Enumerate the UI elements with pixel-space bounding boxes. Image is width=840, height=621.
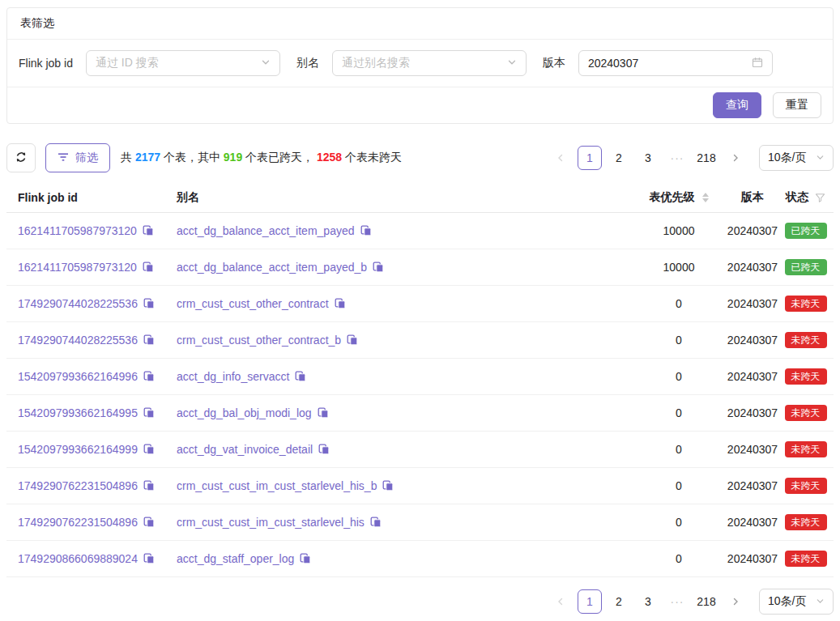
job-id-cell: 1542097993662164996 <box>18 370 177 383</box>
job-id-link[interactable]: 1749290744028225536 <box>18 297 138 310</box>
alias-select[interactable]: 通过别名搜索 <box>332 50 527 76</box>
prev-page-button[interactable] <box>548 589 573 614</box>
status-cell: 未跨天 <box>778 296 834 312</box>
copy-icon[interactable] <box>300 553 311 564</box>
header-alias: 别名 <box>177 190 630 205</box>
reset-button[interactable]: 重置 <box>773 92 821 118</box>
copy-icon[interactable] <box>143 334 155 346</box>
job-id-link[interactable]: 1621411705987973120 <box>18 261 137 274</box>
sort-icon[interactable] <box>702 193 709 202</box>
filter-toggle-button[interactable]: 筛选 <box>45 143 110 172</box>
alias-link[interactable]: crm_cust_cust_other_contract <box>177 297 329 310</box>
status-cell: 已跨天 <box>778 259 834 275</box>
alias-placeholder: 通过别名搜索 <box>342 56 507 70</box>
copy-icon[interactable] <box>347 334 358 346</box>
status-badge: 未跨天 <box>785 296 827 312</box>
header-priority[interactable]: 表优先级 <box>630 190 727 205</box>
table-body: 1621411705987973120 acct_dg_balance_acct… <box>6 213 834 577</box>
status-cell: 未跨天 <box>778 332 834 348</box>
next-page-button[interactable] <box>723 146 748 170</box>
filter-fields-row: Flink job id 通过 ID 搜索 别名 通过别名搜索 版本 <box>7 40 833 87</box>
alias-link[interactable]: acct_dg_balance_acct_item_payed_b <box>177 261 367 274</box>
copy-icon[interactable] <box>373 262 384 273</box>
priority-cell: 0 <box>630 479 727 492</box>
page-button-1[interactable]: 1 <box>578 589 602 614</box>
next-page-button[interactable] <box>723 589 748 614</box>
page-size-select[interactable]: 10条/页 <box>759 145 834 171</box>
alias-cell: acct_dg_info_servacct <box>177 370 630 383</box>
copy-icon[interactable] <box>143 553 155 564</box>
copy-icon[interactable] <box>295 371 306 382</box>
job-id-link[interactable]: 1621411705987973120 <box>18 224 137 237</box>
page-size-select[interactable]: 10条/页 <box>759 589 834 615</box>
alias-cell: crm_cust_cust_other_contract_b <box>177 334 630 347</box>
copy-icon[interactable] <box>143 298 155 309</box>
alias-link[interactable]: acct_dg_staff_oper_log <box>177 552 294 565</box>
page-button-3[interactable]: 3 <box>636 146 660 170</box>
job-id-link[interactable]: 1542097993662164995 <box>18 406 138 419</box>
flink-job-id-select[interactable]: 通过 ID 搜索 <box>86 50 280 76</box>
job-id-link[interactable]: 1749290762231504896 <box>18 479 138 492</box>
alias-link[interactable]: acct_dg_bal_obj_modi_log <box>177 406 312 419</box>
alias-link[interactable]: acct_dg_vat_invoice_detail <box>177 443 313 456</box>
page-button-218[interactable]: 218 <box>694 146 718 170</box>
copy-icon[interactable] <box>382 480 394 491</box>
copy-icon[interactable] <box>318 407 329 419</box>
filter-toggle-label: 筛选 <box>75 151 98 165</box>
copy-icon[interactable] <box>143 225 154 236</box>
prev-page-button[interactable] <box>548 146 573 170</box>
header-status[interactable]: 状态 <box>778 190 834 205</box>
copy-icon[interactable] <box>143 517 155 528</box>
copy-icon[interactable] <box>370 517 382 528</box>
copy-icon[interactable] <box>335 298 346 309</box>
priority-cell: 10000 <box>630 261 727 274</box>
copy-icon[interactable] <box>143 444 155 455</box>
copy-icon[interactable] <box>318 444 330 455</box>
job-id-cell: 1749290762231504896 <box>18 516 177 529</box>
version-date-input[interactable] <box>588 57 752 70</box>
status-cell: 未跨天 <box>778 514 834 530</box>
job-id-link[interactable]: 1542097993662164999 <box>18 443 138 456</box>
alias-link[interactable]: crm_cust_cust_im_cust_starlevel_his_b <box>177 479 377 492</box>
pagination-bottom-wrap: 123···21810条/页 <box>6 589 834 615</box>
job-id-link[interactable]: 1542097993662164996 <box>18 370 138 383</box>
page-button-2[interactable]: 2 <box>607 589 631 614</box>
query-button[interactable]: 查询 <box>713 92 761 118</box>
status-cell: 未跨天 <box>778 441 834 457</box>
job-id-link[interactable]: 1749290866069889024 <box>18 552 138 565</box>
page-button-3[interactable]: 3 <box>636 589 660 614</box>
alias-cell: crm_cust_cust_im_cust_starlevel_his <box>177 516 630 529</box>
copy-icon[interactable] <box>143 480 155 491</box>
page-ellipsis[interactable]: ··· <box>665 589 689 614</box>
copy-icon[interactable] <box>143 371 155 382</box>
table-row: 1749290762231504896 crm_cust_cust_im_cus… <box>6 468 834 504</box>
page-button-2[interactable]: 2 <box>607 146 631 170</box>
copy-icon[interactable] <box>360 225 372 236</box>
table-header-row: Flink job id 别名 表优先级 版本 状态 <box>6 183 834 213</box>
page-ellipsis[interactable]: ··· <box>665 146 689 170</box>
page-button-1[interactable]: 1 <box>578 146 602 170</box>
field-alias: 别名 通过别名搜索 <box>296 50 527 76</box>
table-row: 1749290866069889024 acct_dg_staff_oper_l… <box>6 541 834 577</box>
alias-link[interactable]: crm_cust_cust_other_contract_b <box>177 334 341 347</box>
version-date-picker[interactable] <box>578 50 773 76</box>
status-badge: 未跨天 <box>785 332 827 348</box>
refresh-button[interactable] <box>6 143 36 172</box>
job-id-link[interactable]: 1749290762231504896 <box>18 516 138 529</box>
page-button-218[interactable]: 218 <box>694 589 718 614</box>
job-id-cell: 1749290762231504896 <box>18 479 177 492</box>
pagination-top: 123···21810条/页 <box>548 145 834 171</box>
job-id-cell: 1621411705987973120 <box>18 261 177 274</box>
alias-link[interactable]: acct_dg_balance_acct_item_payed <box>177 224 355 237</box>
alias-cell: acct_dg_staff_oper_log <box>177 552 630 565</box>
copy-icon[interactable] <box>143 262 154 273</box>
alias-link[interactable]: acct_dg_info_servacct <box>177 370 289 383</box>
uncrossed-count: 1258 <box>317 151 342 164</box>
funnel-filter-icon[interactable] <box>815 193 825 203</box>
alias-cell: acct_dg_bal_obj_modi_log <box>177 406 630 419</box>
alias-link[interactable]: crm_cust_cust_im_cust_starlevel_his <box>177 516 365 529</box>
chevron-down-icon <box>507 57 517 70</box>
chevron-down-icon <box>816 595 825 608</box>
job-id-link[interactable]: 1749290744028225536 <box>18 334 138 347</box>
copy-icon[interactable] <box>143 407 155 419</box>
